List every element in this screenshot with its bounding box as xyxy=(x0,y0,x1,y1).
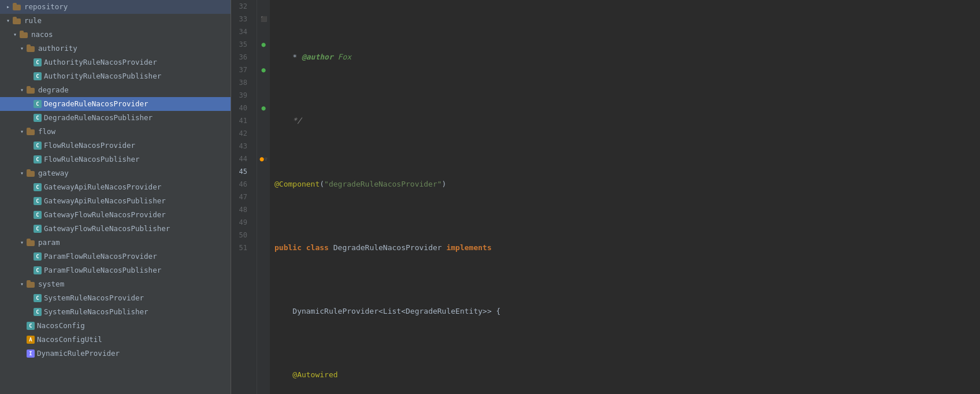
sidebar-item-FlowRuleNacosPublisher[interactable]: C FlowRuleNacosPublisher xyxy=(0,153,231,166)
sidebar-item-label: NacosConfigUtil xyxy=(37,334,102,345)
sidebar-item-NacosConfigUtil[interactable]: A NacosConfigUtil xyxy=(0,333,231,347)
line-num: 36 xyxy=(231,51,252,64)
sidebar-item-gateway[interactable]: gateway xyxy=(0,166,231,180)
sidebar-item-GatewayFlowRuleNacosProvider[interactable]: C GatewayFlowRuleNacosProvider xyxy=(0,208,231,222)
folder-icon xyxy=(27,44,36,53)
sidebar-item-AuthorityRuleNacosProvider[interactable]: C AuthorityRuleNacosProvider xyxy=(0,55,231,69)
folder-icon xyxy=(27,86,36,94)
gutter-46 xyxy=(257,178,270,191)
class-badge-icon: I xyxy=(27,350,35,358)
gutter-41 xyxy=(257,114,270,127)
run-icon[interactable]: ● xyxy=(261,104,265,112)
sidebar-item-FlowRuleNacosProvider[interactable]: C FlowRuleNacosProvider xyxy=(0,139,231,153)
code-line-37: @Autowired xyxy=(274,369,980,381)
code-editor[interactable]: 32 33 34 35 36 37 38 39 40 41 42 43 44 4… xyxy=(231,0,980,394)
class-badge-icon: C xyxy=(27,322,35,330)
run-icon[interactable]: ● xyxy=(261,40,265,49)
gutter-32 xyxy=(257,0,270,13)
sidebar-item-DynamicRuleProvider[interactable]: I DynamicRuleProvider xyxy=(0,347,231,360)
sidebar-item-SystemRuleNacosProvider[interactable]: C SystemRuleNacosProvider xyxy=(0,291,231,305)
sidebar-item-label: authority xyxy=(38,43,77,54)
sidebar-item-GatewayApiRuleNacosPublisher[interactable]: C GatewayApiRuleNacosPublisher xyxy=(0,194,231,208)
class-badge-icon: C xyxy=(34,142,42,150)
arrow-icon xyxy=(18,278,25,290)
gutter-36 xyxy=(257,51,270,64)
sidebar-item-DegradeRuleNacosPublisher[interactable]: C DegradeRuleNacosPublisher xyxy=(0,111,231,125)
line-num: 51 xyxy=(231,241,252,254)
line-num: 39 xyxy=(231,89,252,102)
line-num: 33 xyxy=(231,13,252,25)
line-num: 41 xyxy=(231,114,252,127)
sidebar-item-label: FlowRuleNacosProvider xyxy=(44,140,135,151)
line-num: 34 xyxy=(231,25,252,38)
folder-icon xyxy=(20,31,29,39)
sidebar-item-label: repository xyxy=(24,1,68,13)
sidebar-item-authority[interactable]: authority xyxy=(0,42,231,55)
class-badge-icon: C xyxy=(34,58,42,66)
sidebar-item-ParamFlowRuleNacosPublisher[interactable]: C ParamFlowRuleNacosPublisher xyxy=(0,263,231,277)
gutter-48 xyxy=(257,203,270,216)
gutter-35: ● xyxy=(257,38,270,51)
folder-icon xyxy=(27,239,36,247)
gutter-33: ⬛ xyxy=(257,13,270,25)
line-num: 42 xyxy=(231,127,252,140)
arrow-icon xyxy=(12,29,18,40)
folder-icon xyxy=(27,128,36,136)
sidebar-item-flow[interactable]: flow xyxy=(0,125,231,139)
arrow-icon xyxy=(5,1,12,13)
arrow-icon xyxy=(18,168,25,179)
line-num: 43 xyxy=(231,140,252,153)
sidebar-item-label: ParamFlowRuleNacosProvider xyxy=(44,251,157,262)
code-content[interactable]: * @author Fox */ @Component("degradeRule… xyxy=(270,0,980,394)
gutter-37: ● xyxy=(257,64,270,76)
sidebar-item-param[interactable]: param xyxy=(0,236,231,250)
editor-gutter: ⬛ ● ● ● ● ▽ xyxy=(257,0,270,394)
run-icon[interactable]: ● xyxy=(261,66,265,74)
sidebar-item-GatewayFlowRuleNacosPublisher[interactable]: C GatewayFlowRuleNacosPublisher xyxy=(0,222,231,236)
sidebar-item-DegradeRuleNacosProvider[interactable]: C DegradeRuleNacosProvider xyxy=(0,97,231,111)
gutter-47 xyxy=(257,191,270,203)
sidebar-item-repository[interactable]: repository — xyxy=(0,0,231,14)
sidebar-item-degrade[interactable]: degrade xyxy=(0,83,231,97)
gutter-39 xyxy=(257,89,270,102)
class-badge-icon: C xyxy=(34,252,42,261)
sidebar-item-label: degrade xyxy=(38,84,69,96)
sidebar-item-rule[interactable]: rule xyxy=(0,14,231,28)
sidebar-item-ParamFlowRuleNacosProvider[interactable]: C ParamFlowRuleNacosProvider xyxy=(0,250,231,263)
gutter-40: ● xyxy=(257,102,270,114)
gutter-42 xyxy=(257,127,270,140)
arrow-icon xyxy=(5,15,12,27)
sidebar-item-nacos[interactable]: nacos xyxy=(0,28,231,42)
sidebar-item-GatewayApiRuleNacosProvider[interactable]: C GatewayApiRuleNacosProvider xyxy=(0,180,231,194)
line-num: 38 xyxy=(231,76,252,89)
line-num: 49 xyxy=(231,216,252,229)
gutter-45 xyxy=(257,165,270,178)
line-num: 35 xyxy=(231,38,252,51)
sidebar-item-SystemRuleNacosPublisher[interactable]: C SystemRuleNacosPublisher xyxy=(0,305,231,319)
class-badge-icon: C xyxy=(34,308,42,316)
bookmark-down-icon: ▽ xyxy=(265,157,268,162)
sidebar-item-AuthorityRuleNacosPublisher[interactable]: C AuthorityRuleNacosPublisher xyxy=(0,69,231,83)
sidebar-item-label: nacos xyxy=(31,29,53,40)
folder-icon xyxy=(27,169,36,177)
line-num: 48 xyxy=(231,203,252,216)
file-tree[interactable]: repository — rule nacos authority C Auth… xyxy=(0,0,231,394)
line-num: 37 xyxy=(231,64,252,76)
run-orange-icon[interactable]: ● xyxy=(259,155,263,163)
class-badge-icon: C xyxy=(34,211,42,219)
line-num: 46 xyxy=(231,178,252,191)
gutter-49 xyxy=(257,216,270,229)
line-num: 32 xyxy=(231,0,252,13)
class-badge-icon: C xyxy=(34,72,42,80)
class-badge-icon: C xyxy=(34,197,42,205)
gutter-43 xyxy=(257,140,270,153)
sidebar-item-label: gateway xyxy=(38,168,69,179)
line-num: 40 xyxy=(231,102,252,114)
code-line-33: */ xyxy=(274,114,980,127)
sidebar-item-system[interactable]: system xyxy=(0,277,231,291)
line-numbers: 32 33 34 35 36 37 38 39 40 41 42 43 44 4… xyxy=(231,0,257,394)
sidebar-item-label: GatewayApiRuleNacosProvider xyxy=(44,181,161,193)
sidebar-item-label: GatewayFlowRuleNacosPublisher xyxy=(44,223,170,235)
class-badge-icon: C xyxy=(34,266,42,274)
sidebar-item-NacosConfig[interactable]: C NacosConfig xyxy=(0,319,231,333)
